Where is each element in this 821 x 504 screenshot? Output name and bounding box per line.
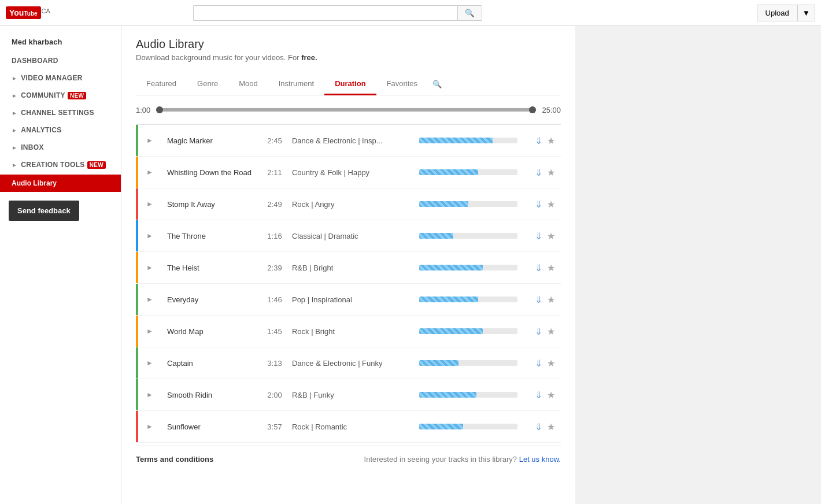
track-bar-bg	[419, 424, 517, 429]
track-bar-bg	[419, 392, 517, 398]
track-actions: ⇓ ★	[535, 390, 561, 401]
track-play-button[interactable]: ►	[138, 327, 161, 335]
track-bar-bg	[419, 265, 517, 270]
tab-duration[interactable]: Duration	[324, 73, 376, 95]
track-play-button[interactable]: ►	[138, 295, 161, 303]
search-icon[interactable]: 🔍	[428, 74, 446, 94]
track-star-button[interactable]: ★	[547, 199, 555, 210]
sidebar-item-creation-tools[interactable]: ►CREATION TOOLS NEW	[0, 156, 121, 173]
track-duration: 2:39	[257, 264, 292, 272]
track-download-button[interactable]: ⇓	[535, 358, 542, 369]
track-play-button[interactable]: ►	[138, 200, 161, 208]
chevron-icon: ►	[12, 162, 17, 168]
track-duration: 1:16	[257, 232, 292, 240]
track-star-button[interactable]: ★	[547, 135, 555, 146]
track-name: Sunflower	[161, 423, 257, 431]
sidebar-item-community[interactable]: ►COMMUNITY NEW	[0, 87, 121, 104]
track-download-button[interactable]: ⇓	[535, 294, 542, 305]
track-play-button[interactable]: ►	[138, 168, 161, 176]
track-bar-bg	[419, 297, 517, 302]
track-bar-bg	[419, 138, 517, 143]
track-genre: R&B | Funky	[292, 391, 419, 399]
track-bar-fill	[419, 424, 464, 429]
duration-slider[interactable]	[156, 104, 536, 116]
terms-link[interactable]: Terms and conditions	[136, 455, 213, 464]
track-bar-bg	[419, 169, 517, 175]
track-star-button[interactable]: ★	[547, 231, 555, 242]
track-bar-fill	[419, 138, 493, 143]
tab-genre[interactable]: Genre	[187, 73, 228, 95]
track-play-button[interactable]: ►	[138, 359, 161, 367]
track-star-button[interactable]: ★	[547, 390, 555, 401]
track-genre: Rock | Bright	[292, 327, 419, 336]
slider-handle-left[interactable]	[156, 106, 163, 113]
track-download-button[interactable]: ⇓	[535, 326, 542, 337]
tabs: Featured Genre Mood Instrument Duration …	[136, 73, 561, 95]
sidebar-item-dashboard[interactable]: DASHBOARD	[0, 52, 121, 69]
logo: YouTube CA	[6, 6, 50, 19]
track-play-button[interactable]: ►	[138, 423, 161, 431]
track-bar-fill	[419, 169, 478, 175]
track-star-button[interactable]: ★	[547, 262, 555, 273]
sidebar-item-audio-library[interactable]: Audio Library	[0, 175, 121, 192]
footer-bar: Terms and conditions Interested in seein…	[136, 446, 561, 472]
track-name: Everyday	[161, 295, 257, 304]
send-feedback-button[interactable]: Send feedback	[9, 201, 79, 221]
track-download-button[interactable]: ⇓	[535, 135, 542, 146]
track-play-button[interactable]: ►	[138, 136, 161, 144]
tab-featured[interactable]: Featured	[136, 73, 187, 95]
track-bar-fill	[419, 233, 454, 239]
upload-button[interactable]: Upload	[757, 5, 798, 21]
track-download-button[interactable]: ⇓	[535, 199, 542, 210]
footer-cta: Interested in seeing your tracks in this…	[364, 455, 561, 464]
tab-favorites[interactable]: Favorites	[376, 73, 428, 95]
track-list: ► Magic Marker 2:45 Dance & Electronic |…	[136, 124, 561, 443]
track-star-button[interactable]: ★	[547, 167, 555, 178]
track-play-button[interactable]: ►	[138, 232, 161, 240]
slider-handle-right[interactable]	[529, 106, 536, 113]
youtube-logo: YouTube	[6, 6, 41, 19]
track-row: ► Captain 3:13 Dance & Electronic | Funk…	[136, 347, 561, 379]
sidebar-item-video-manager[interactable]: ►VIDEO MANAGER	[0, 69, 121, 87]
track-star-button[interactable]: ★	[547, 294, 555, 305]
track-actions: ⇓ ★	[535, 199, 561, 210]
search-button[interactable]: 🔍	[457, 5, 482, 21]
slider-fill	[156, 108, 536, 112]
track-download-button[interactable]: ⇓	[535, 167, 542, 178]
track-name: The Throne	[161, 232, 257, 240]
top-bar: YouTube CA 🔍 Upload ▼	[0, 0, 821, 26]
track-download-button[interactable]: ⇓	[535, 421, 542, 432]
track-duration: 3:13	[257, 359, 292, 368]
track-row: ► Magic Marker 2:45 Dance & Electronic |…	[136, 125, 561, 157]
sidebar-item-channel-settings[interactable]: ►CHANNEL SETTINGS	[0, 104, 121, 121]
upload-dropdown-button[interactable]: ▼	[798, 5, 815, 21]
sidebar: Med kharbach DASHBOARD ►VIDEO MANAGER ►C…	[0, 26, 121, 504]
track-actions: ⇓ ★	[535, 135, 561, 146]
track-download-button[interactable]: ⇓	[535, 390, 542, 401]
search-input[interactable]	[193, 5, 457, 21]
track-row: ► World Map 1:45 Rock | Bright ⇓ ★	[136, 316, 561, 347]
track-star-button[interactable]: ★	[547, 358, 555, 369]
sidebar-item-analytics[interactable]: ►ANALYTICS	[0, 121, 121, 139]
track-bar	[419, 265, 535, 270]
track-star-button[interactable]: ★	[547, 326, 555, 337]
track-download-button[interactable]: ⇓	[535, 262, 542, 273]
track-name: Magic Marker	[161, 136, 257, 145]
sidebar-item-inbox[interactable]: ►INBOX	[0, 139, 121, 156]
track-genre: Rock | Angry	[292, 200, 419, 209]
track-download-button[interactable]: ⇓	[535, 231, 542, 242]
track-name: The Heist	[161, 264, 257, 272]
tab-mood[interactable]: Mood	[228, 73, 268, 95]
tab-instrument[interactable]: Instrument	[268, 73, 324, 95]
sidebar-username: Med kharbach	[0, 35, 121, 52]
track-play-button[interactable]: ►	[138, 264, 161, 272]
track-duration: 2:11	[257, 168, 292, 177]
track-duration: 2:00	[257, 391, 292, 399]
track-bar	[419, 328, 535, 334]
track-bar-fill	[419, 201, 468, 207]
chevron-icon: ►	[12, 75, 17, 81]
track-star-button[interactable]: ★	[547, 421, 555, 432]
footer-let-us-know-link[interactable]: Let us know.	[519, 455, 561, 464]
track-duration: 3:57	[257, 423, 292, 431]
track-play-button[interactable]: ►	[138, 391, 161, 399]
